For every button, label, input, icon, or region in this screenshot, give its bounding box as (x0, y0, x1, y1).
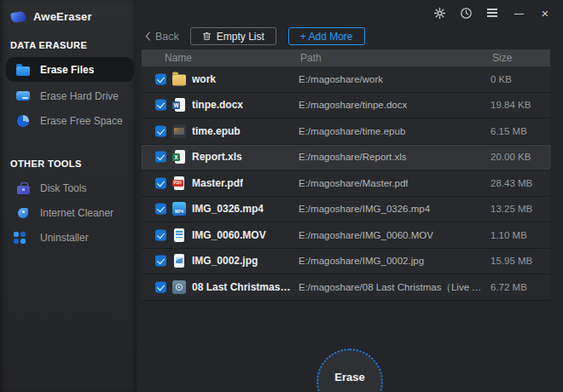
row-checkbox[interactable] (155, 152, 166, 163)
sidebar-item-uninstaller[interactable]: Uninstaller (0, 225, 136, 250)
table-row[interactable]: 08 Last Christmas（Live A... E:/magoshare… (142, 274, 550, 301)
column-header-name[interactable]: Name (165, 52, 192, 64)
chevron-left-icon (145, 32, 151, 41)
pie-chart-icon (15, 113, 31, 129)
row-checkbox[interactable] (155, 256, 166, 267)
file-size: 0 KB (490, 74, 512, 84)
file-name: Report.xls (192, 151, 242, 163)
row-checkbox[interactable] (155, 100, 166, 111)
file-size: 20.00 KB (490, 152, 531, 162)
file-type-icon (172, 74, 186, 85)
toolbar: Back Empty List + Add More (145, 27, 365, 45)
table-row[interactable]: time.epub E:/magoshare/time.epub 6.15 MB (142, 118, 550, 145)
file-size: 28.43 MB (490, 178, 532, 188)
empty-list-button[interactable]: Empty List (190, 27, 276, 45)
file-path: E:/magoshare/IMG_0326.mp4 (299, 204, 430, 214)
back-button[interactable]: Back (145, 31, 179, 43)
rocket-icon (15, 205, 31, 221)
erase-button[interactable]: Erase (316, 349, 383, 392)
file-path: E:/magoshare/IMG_0060.MOV (299, 230, 433, 240)
sidebar: AweEraser DATA ERASURE Erase Files Erase… (0, 0, 136, 392)
add-more-button[interactable]: + Add More (288, 27, 365, 45)
minimize-icon[interactable] (511, 5, 526, 20)
sidebar-item-erase-files[interactable]: Erase Files (6, 57, 134, 82)
file-name: work (192, 73, 216, 85)
table-body: work E:/magoshare/work 0 KB tinpe.docx E… (142, 66, 550, 301)
sidebar-item-label: Disk Tools (40, 182, 86, 194)
table-row[interactable]: IMG_0002.jpg E:/magoshare/IMG_0002.jpg 1… (142, 249, 550, 275)
trash-icon (202, 32, 212, 41)
section-data-erasure: DATA ERASURE (0, 40, 136, 50)
row-checkbox[interactable] (155, 177, 166, 188)
sidebar-item-label: Erase Hard Drive (40, 90, 119, 102)
file-type-icon (172, 202, 186, 216)
table-row[interactable]: IMG_0326.mp4 E:/magoshare/IMG_0326.mp4 1… (142, 197, 550, 223)
section-other-tools: OTHER TOOLS (0, 159, 136, 169)
sidebar-item-label: Erase Files (40, 64, 94, 76)
sidebar-item-label: Internet Cleaner (40, 207, 113, 219)
table-row[interactable]: tinpe.docx E:/magoshare/tinpe.docx 19.84… (142, 93, 550, 119)
row-checkbox[interactable] (155, 281, 166, 292)
file-type-icon (172, 150, 186, 164)
menu-icon[interactable] (485, 5, 500, 20)
file-name: time.epub (192, 125, 241, 137)
file-path: E:/magoshare/08 Last Christmas（Live At C… (299, 280, 482, 293)
sidebar-item-disk-tools[interactable]: Disk Tools (0, 176, 136, 200)
sidebar-item-label: Uninstaller (40, 232, 89, 244)
file-size: 6.72 MB (490, 282, 527, 292)
file-path: E:/magoshare/time.epub (299, 126, 405, 136)
toolbox-icon (15, 181, 31, 196)
file-name: tinpe.docx (192, 99, 243, 111)
file-type-icon (172, 280, 186, 294)
app-title: AweEraser (33, 10, 92, 23)
close-icon[interactable]: × (537, 5, 553, 20)
file-name: 08 Last Christmas（Live A... (192, 280, 294, 294)
sidebar-item-label: Erase Free Space (40, 115, 123, 127)
file-name: IMG_0002.jpg (192, 255, 258, 267)
file-path: E:/magoshare/tinpe.docx (299, 100, 407, 110)
grid-icon (15, 230, 31, 245)
eraser-logo-icon (10, 9, 26, 25)
file-type-icon (172, 254, 186, 268)
file-path: E:/magoshare/IMG_0002.jpg (299, 256, 424, 266)
column-header-size[interactable]: Size (492, 52, 512, 64)
sidebar-item-internet-cleaner[interactable]: Internet Cleaner (0, 200, 136, 225)
file-type-icon (172, 176, 186, 190)
file-type-icon (172, 98, 186, 112)
table-header: Name Path Size (142, 49, 550, 66)
settings-icon[interactable] (432, 5, 447, 20)
erase-label: Erase (334, 371, 364, 383)
empty-list-label: Empty List (217, 31, 264, 43)
file-type-icon (172, 124, 186, 138)
file-name: IMG_0326.mp4 (192, 203, 264, 215)
row-checkbox[interactable] (155, 125, 166, 136)
table-row[interactable]: Report.xls E:/magoshare/Report.xls 20.00… (142, 145, 550, 171)
back-label: Back (155, 31, 179, 43)
file-size: 13.25 MB (490, 204, 532, 214)
row-checkbox[interactable] (155, 204, 166, 215)
table-row[interactable]: work E:/magoshare/work 0 KB (142, 66, 550, 93)
file-path: E:/magoshare/Report.xls (299, 152, 407, 162)
app-logo: AweEraser (0, 0, 136, 26)
sidebar-item-erase-hard-drive[interactable]: Erase Hard Drive (0, 84, 136, 108)
hard-drive-icon (15, 89, 31, 104)
add-more-label: + Add More (300, 31, 353, 43)
file-size: 19.84 KB (490, 100, 531, 110)
window-controls: × (432, 5, 553, 20)
row-checkbox[interactable] (155, 73, 166, 84)
table-row[interactable]: IMG_0060.MOV E:/magoshare/IMG_0060.MOV 1… (142, 222, 550, 249)
file-size: 1.10 MB (490, 230, 527, 240)
file-type-icon (172, 228, 186, 242)
row-checkbox[interactable] (155, 229, 166, 240)
file-size: 6.15 MB (490, 126, 527, 136)
column-header-path[interactable]: Path (300, 52, 322, 64)
history-icon[interactable] (458, 5, 473, 20)
file-name: IMG_0060.MOV (192, 229, 266, 241)
file-name: Master.pdf (192, 177, 243, 189)
sidebar-item-erase-free-space[interactable]: Erase Free Space (0, 108, 136, 133)
folder-icon (15, 62, 31, 78)
file-path: E:/magoshare/work (299, 74, 383, 84)
table-row[interactable]: Master.pdf E:/magoshare/Master.pdf 28.43… (142, 170, 550, 197)
file-path: E:/magoshare/Master.pdf (299, 178, 408, 188)
app-window: × AweEraser DATA ERASURE Erase Files Era… (0, 0, 563, 392)
